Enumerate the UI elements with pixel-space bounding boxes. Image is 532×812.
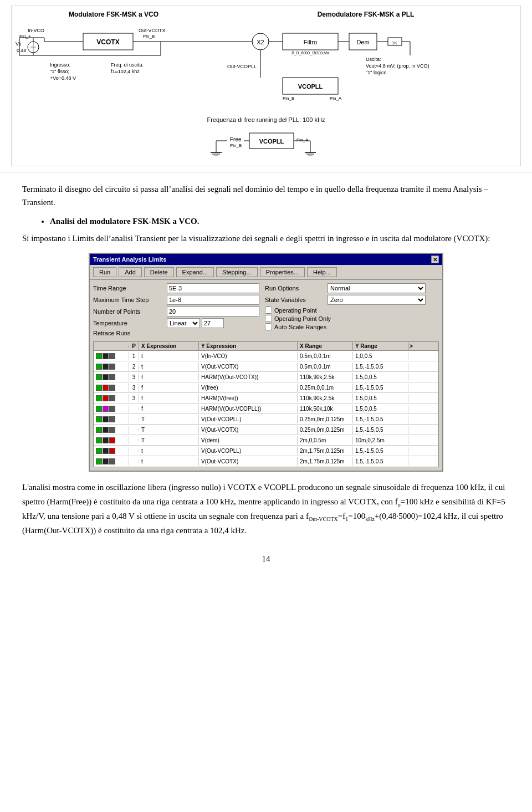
color-box [109, 448, 115, 454]
row-yr: 1.5,-1.5,0.5 [353, 384, 408, 392]
row-colors [94, 447, 129, 455]
row-colors [94, 405, 129, 413]
row-p [129, 439, 139, 441]
row-x: f [139, 405, 199, 413]
row-y: V(free) [199, 384, 298, 392]
row-y: V(Out-VCOTX) [199, 426, 298, 434]
table-row: T V(Out-VCOPLL) 0.25m,0m,0.125m 1.5,-1.5… [94, 414, 438, 425]
svg-text:Frequenza di free running del : Frequenza di free running del PLL: 100 k… [207, 116, 325, 123]
stepping-button[interactable]: Stepping... [216, 267, 258, 277]
dialog-body: Time Range Maximum Time Step Number of P… [90, 280, 442, 471]
expand-button[interactable]: Expand... [176, 267, 214, 277]
svg-text:Dem: Dem [356, 39, 369, 45]
dialog-close-button[interactable]: ✕ [431, 256, 439, 263]
row-x: t [139, 457, 199, 466]
help-button[interactable]: Help... [307, 267, 337, 277]
svg-text:"1" logico: "1" logico [366, 70, 386, 75]
color-box [96, 416, 102, 422]
svg-text:f1=102,4 khz: f1=102,4 khz [111, 69, 140, 74]
auto-scale-ranges-label: Auto Scale Ranges [274, 324, 326, 330]
retrace-runs-label: Retrace Runs [93, 330, 165, 336]
svg-text:VCOTX: VCOTX [96, 38, 119, 46]
row-y: HARM(V(Out-VCOPLL)) [199, 405, 298, 413]
state-variables-select[interactable]: Zero [328, 295, 426, 305]
main-content: Terminato il disegno del circuito si pas… [0, 172, 532, 543]
add-button[interactable]: Add [119, 267, 142, 277]
svg-text:Pin_A: Pin_A [330, 96, 342, 101]
color-box [103, 448, 109, 454]
row-y: HARM(V(free)) [199, 394, 298, 402]
col-header-x: X Expression [139, 342, 199, 350]
row-p [129, 407, 139, 410]
row-y: V(dem) [199, 436, 298, 445]
color-box [96, 448, 102, 454]
col-header-xr: X Range [298, 342, 353, 350]
svg-text:VCOPLL: VCOPLL [298, 83, 323, 90]
row-colors [94, 362, 129, 371]
row-p: 2 [129, 362, 139, 371]
svg-text:VCOPLL: VCOPLL [259, 138, 284, 145]
row-p [129, 428, 139, 431]
table-row: T V(Out-VCOTX) 0.25m,0m,0.125m 1.5,-1.5,… [94, 425, 438, 435]
svg-text:Filtro: Filtro [304, 39, 317, 45]
color-box [103, 458, 109, 464]
row-colors [94, 415, 129, 423]
row-x: T [139, 415, 199, 423]
row-xr: 0.5m,0,0.1m [298, 362, 353, 371]
row-xr: 110k,90k,2.5k [298, 394, 353, 402]
color-box [103, 416, 109, 422]
row-yr: 1.5,-1.5,0.5 [353, 447, 408, 455]
col-header-p: P [129, 342, 139, 350]
row-y: V(Out-VCOPLL) [199, 447, 298, 455]
color-box [109, 364, 115, 370]
table-row: 2 t V(Out-VCOTX) 0.5m,0,0.1m 1.5,-1.5,0.… [94, 361, 438, 372]
row-y: HARM(V(Out-VCOTX)) [199, 373, 298, 381]
row-xr: 0.25m,0m,0.125m [298, 426, 353, 434]
properties-button[interactable]: Properties... [260, 267, 305, 277]
row-x: t [139, 352, 199, 360]
color-box [96, 437, 102, 443]
time-range-input[interactable] [167, 283, 259, 293]
svg-text:Pin_B: Pin_B [283, 96, 294, 101]
row-yr: 1.5,-1.5,0.5 [353, 362, 408, 371]
svg-text:Ingresso:: Ingresso: [50, 62, 70, 68]
schematic-svg: Modulatore FSK-MSK a VCO VCOTX In-VCO Pi… [11, 6, 521, 166]
run-options-label: Run Options [265, 285, 326, 292]
bullet-item: Analisi del modulatore FSK-MSK a VCO. [50, 217, 510, 226]
color-box [103, 437, 109, 443]
operating-point-label: Operating Point [274, 307, 316, 314]
sub-paragraph: Si impostano i Limits dell’analisi Trans… [22, 232, 510, 245]
max-time-step-input[interactable] [167, 295, 259, 305]
num-points-input[interactable] [167, 307, 259, 316]
operating-point-only-row: Operating Point Only [265, 315, 426, 322]
color-box [103, 364, 109, 370]
temperature-input[interactable] [202, 318, 224, 328]
row-xr: 110k,90k,2.5k [298, 373, 353, 381]
row-yr: 10m,0,2.5m [353, 436, 408, 445]
svg-text:Out-VCOTX: Out-VCOTX [139, 28, 166, 33]
operating-point-checkbox[interactable] [265, 307, 272, 314]
svg-text:B_B_6000_15300.Ma: B_B_6000_15300.Ma [291, 51, 329, 55]
operating-point-row: Operating Point [265, 307, 426, 314]
run-options-select[interactable]: Normal [328, 283, 426, 293]
page-number: 14 [0, 554, 532, 575]
row-x: T [139, 426, 199, 434]
svg-text:X2: X2 [257, 39, 264, 45]
table-row: t V(Out-VCOTX) 2m,1.75m,0.125m 1.5,-1.5,… [94, 456, 438, 467]
transient-analysis-dialog: Transient Analysis Limits ✕ Run Add Dele… [89, 253, 443, 472]
bullet-label: Analisi del modulatore FSK-MSK a VCO. [50, 217, 199, 226]
run-button[interactable]: Run [93, 267, 116, 277]
auto-scale-ranges-checkbox[interactable] [265, 323, 272, 330]
temperature-select[interactable]: Linear Log [167, 318, 200, 328]
row-p [129, 450, 139, 452]
row-p: 3 [129, 384, 139, 392]
auto-scale-ranges-row: Auto Scale Ranges [265, 323, 426, 330]
row-x: f [139, 373, 199, 381]
table-row: 3 f HARM(V(free)) 110k,90k,2.5k 1.5,0,0.… [94, 393, 438, 404]
svg-text:Out-VCOPLL: Out-VCOPLL [227, 64, 257, 69]
svg-text:Uscita:: Uscita: [366, 57, 381, 62]
row-colors [94, 457, 129, 466]
row-x: t [139, 447, 199, 455]
operating-point-only-checkbox[interactable] [265, 315, 272, 322]
delete-button[interactable]: Delete [144, 267, 174, 277]
